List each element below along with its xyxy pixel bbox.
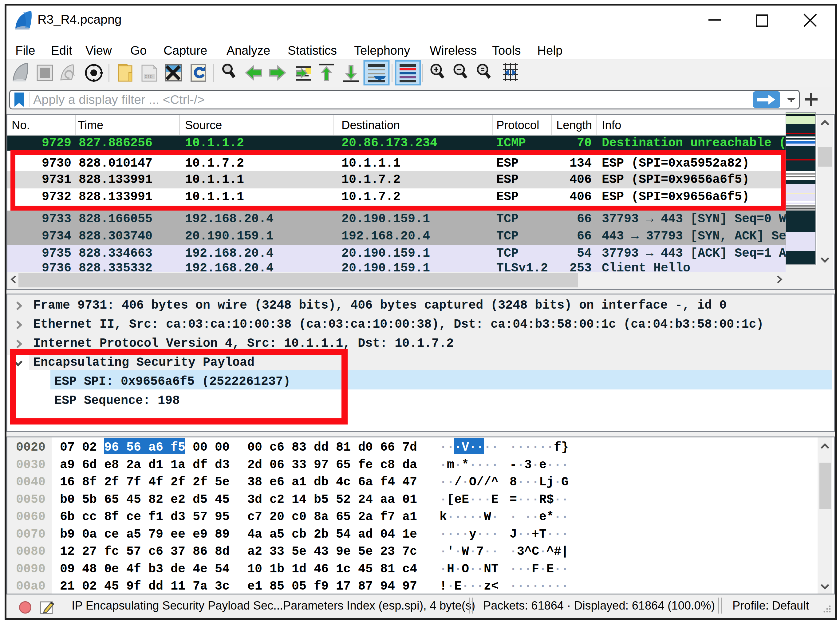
- svg-text:010: 010: [145, 74, 153, 79]
